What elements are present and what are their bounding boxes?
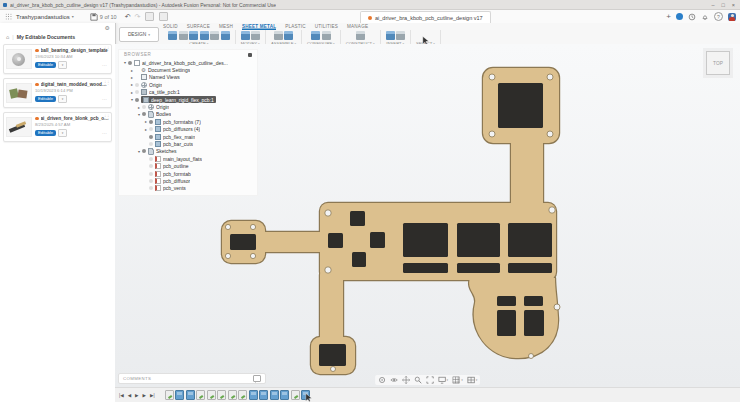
browser-item-pcb-vents[interactable]: pcb_vents — [119, 185, 257, 192]
share-icon[interactable] — [159, 12, 168, 21]
create-tool-icon-2[interactable] — [189, 31, 198, 40]
card-more-button[interactable]: ⋯ — [102, 97, 107, 101]
home-icon[interactable]: ⌂ — [6, 34, 9, 40]
viewports-caret-icon[interactable]: ▾ — [476, 378, 478, 382]
browser-item-ca-title-pcb-1[interactable]: ▸ca_title_pcb:1 — [119, 89, 257, 96]
modify-tool-icon-0[interactable] — [241, 31, 250, 40]
timeline-feature-sketch-icon[interactable] — [291, 390, 300, 400]
visibility-bulb-icon[interactable] — [149, 127, 153, 131]
visibility-bulb-icon[interactable] — [149, 120, 153, 124]
badge-caret-icon[interactable]: ▾ — [58, 61, 67, 69]
minimize-button[interactable]: – — [711, 2, 714, 8]
timeline-feature-sketch-icon[interactable] — [228, 390, 237, 400]
timeline-feature-sketch-icon[interactable] — [238, 390, 247, 400]
team-name[interactable]: Trashypandastudios — [16, 14, 70, 20]
insert-tool-icon-0[interactable] — [386, 31, 395, 40]
badge-caret-icon[interactable]: ▾ — [58, 95, 67, 103]
timeline-feature-sketch-icon[interactable] — [165, 390, 174, 400]
assemble-tool-icon-1[interactable] — [284, 31, 293, 40]
pan-icon[interactable] — [402, 376, 410, 384]
save-icon[interactable] — [90, 13, 98, 21]
badge-caret-icon[interactable]: ▾ — [58, 129, 67, 137]
document-tab[interactable]: ai_driver_bra_kbob_pcb_cutline_design v1… — [360, 11, 491, 23]
timeline-go-to-start-button[interactable]: |◀ — [119, 393, 124, 398]
close-button[interactable]: × — [732, 2, 735, 8]
browser-item-pcb-bar-cuts[interactable]: pcb_bar_cuts — [119, 140, 257, 147]
select-cursor-icon[interactable] — [421, 31, 430, 40]
ribbon-tab-manage[interactable]: MANAGE — [347, 23, 368, 30]
gear-icon[interactable]: ⚙ — [105, 24, 110, 31]
ribbon-tab-solid[interactable]: SOLID — [163, 23, 178, 30]
fit-icon[interactable] — [426, 376, 434, 384]
workspace-selector[interactable]: DESIGN — [119, 27, 159, 42]
visibility-bulb-icon[interactable] — [149, 157, 153, 161]
visibility-bulb-icon[interactable] — [135, 83, 139, 87]
visibility-bulb-icon[interactable] — [142, 112, 146, 116]
visibility-bulb-icon[interactable] — [149, 142, 153, 146]
browser-item-origin[interactable]: ▸Origin — [119, 103, 257, 110]
card-more-button[interactable]: ⋯ — [102, 63, 107, 67]
timeline-feature-extrude-icon[interactable] — [259, 390, 268, 400]
browser-item-sketches[interactable]: ▾Sketches — [119, 148, 257, 155]
timeline-play-button[interactable]: ▶ — [135, 393, 138, 398]
modify-tool-icon-1[interactable] — [251, 31, 260, 40]
timeline-feature-extrude-icon[interactable] — [280, 390, 289, 400]
browser-item-origin[interactable]: ▸Origin — [119, 81, 257, 88]
grid-settings-icon[interactable] — [452, 376, 460, 384]
viewport-canvas[interactable]: BROWSER ▾ai_driver_bra_kbob_pcb_cutline_… — [115, 44, 740, 387]
comments-bar[interactable]: COMMENTS — [118, 373, 266, 384]
timeline-feature-extrude-icon[interactable] — [270, 390, 279, 400]
timeline-feature-sketch-icon[interactable] — [207, 390, 216, 400]
timeline-feature-sketch-icon[interactable] — [196, 390, 205, 400]
export-icon[interactable] — [145, 12, 154, 21]
new-tab-button[interactable]: + — [666, 13, 671, 21]
ribbon-tab-mesh[interactable]: MESH — [219, 23, 233, 30]
clock-icon[interactable] — [688, 13, 696, 21]
view-cube[interactable]: TOP — [701, 46, 735, 80]
browser-item-main-layout-flats[interactable]: main_layout_flats — [119, 155, 257, 162]
ribbon-tab-utilities[interactable]: UTILITIES — [315, 23, 338, 30]
document-card[interactable]: ai_driven_fore_blonk_pcb_outfi...8/23/20… — [3, 112, 112, 142]
create-tool-icon-0[interactable] — [168, 31, 177, 40]
orbit-icon[interactable] — [378, 376, 386, 384]
visibility-bulb-icon[interactable] — [149, 172, 153, 176]
view-cube-top-face[interactable]: TOP — [706, 51, 730, 75]
visibility-bulb-icon[interactable] — [149, 186, 153, 190]
look-at-icon[interactable] — [390, 376, 398, 384]
ribbon-tab-sheet-metal[interactable]: SHEET METAL — [242, 23, 276, 30]
timeline-feature-extrude-icon[interactable] — [186, 390, 195, 400]
browser-item-deep-learn-rigid-flex-pcb-1[interactable]: ▾deep_learn_rigid_flex_pcb:1 — [119, 96, 257, 103]
create-tool-icon-3[interactable] — [200, 31, 209, 40]
visibility-bulb-icon[interactable] — [142, 149, 146, 153]
data-panel-toggle-icon[interactable] — [5, 13, 12, 20]
create-tool-icon-1[interactable] — [179, 31, 188, 40]
browser-item-pcb-diffusor[interactable]: pcb_diffusor — [119, 177, 257, 184]
timeline-step-forward-button[interactable]: ▶ — [143, 393, 146, 398]
comment-bubble-icon[interactable] — [253, 375, 261, 382]
user-avatar[interactable] — [728, 13, 736, 21]
grid-caret-icon[interactable]: ▾ — [461, 378, 463, 382]
visibility-bulb-icon[interactable] — [135, 98, 139, 102]
visibility-bulb-icon[interactable] — [149, 179, 153, 183]
timeline-feature-extrude-icon[interactable] — [175, 390, 184, 400]
timeline-feature-extrude-icon[interactable] — [301, 390, 310, 400]
browser-filter-icon[interactable] — [248, 53, 252, 57]
browser-item-ai-driver-bra-kbob-pcb-cutline-des[interactable]: ▾ai_driver_bra_kbob_pcb_cutline_des... — [119, 59, 257, 66]
display-settings-icon[interactable] — [438, 376, 446, 384]
assemble-tool-icon-0[interactable] — [274, 31, 283, 40]
viewports-icon[interactable] — [467, 376, 475, 384]
document-card[interactable]: ball_bearing_design_template19/6/2023 10… — [3, 44, 112, 74]
browser-item-document-settings[interactable]: ▸⚙Document Settings — [119, 66, 257, 73]
timeline-go-to-end-button[interactable]: ▶| — [150, 393, 155, 398]
visibility-bulb-icon[interactable] — [142, 105, 146, 109]
bell-icon[interactable] — [701, 13, 709, 21]
browser-item-pcb-outline[interactable]: pcb_outline — [119, 162, 257, 169]
ribbon-tab-surface[interactable]: SURFACE — [187, 23, 210, 30]
team-caret-icon[interactable]: ▾ — [72, 14, 74, 19]
browser-item-bodies[interactable]: ▾Bodies — [119, 111, 257, 118]
configure-tool-icon-1[interactable] — [322, 31, 331, 40]
create-tool-icon-4[interactable] — [210, 31, 219, 40]
timeline-feature-sketch-icon[interactable] — [217, 390, 226, 400]
job-status-icon[interactable] — [676, 13, 683, 20]
visibility-bulb-icon[interactable] — [128, 61, 132, 65]
